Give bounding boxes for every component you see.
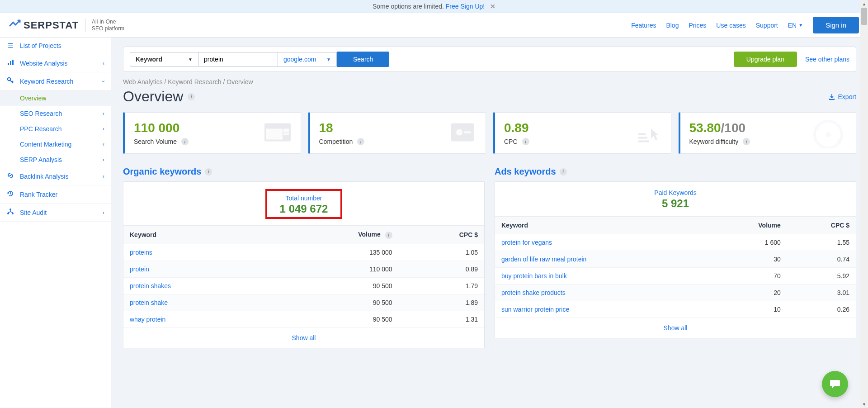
card-cpc: 0.89 CPCi (493, 112, 671, 154)
key-icon (6, 77, 14, 85)
sidebar-item-site-audit[interactable]: Site Audit ‹ (0, 204, 111, 222)
info-icon[interactable]: i (385, 232, 392, 239)
upgrade-plan-button[interactable]: Upgrade plan (734, 52, 797, 67)
logo[interactable]: SERPSTAT (9, 19, 79, 31)
scroll-thumb[interactable] (861, 8, 867, 25)
svg-rect-14 (638, 137, 647, 139)
keyword-link[interactable]: protein shake (130, 299, 168, 306)
sidebar-sub-content[interactable]: Content Marketing‹ (20, 137, 111, 152)
sidebar-sub-serp[interactable]: SERP Analysis‹ (20, 152, 111, 167)
nav-use-cases[interactable]: Use cases (716, 22, 745, 29)
table-row: protein shakes90 5001.79 (123, 277, 484, 294)
banner-text: Some options are limited. (373, 3, 444, 10)
sidebar-item-website-analysis[interactable]: Website Analysis ‹ (0, 54, 111, 72)
cell-cpc: 1.55 (787, 234, 856, 251)
keyword-link[interactable]: protein (130, 266, 149, 273)
click-icon (632, 119, 664, 147)
col-volume: Volume (710, 217, 787, 234)
see-other-plans-link[interactable]: See other plans (805, 56, 849, 63)
keyword-link[interactable]: proteins (130, 249, 152, 256)
svg-point-19 (815, 126, 819, 130)
keyword-link[interactable]: sun warrior protein price (501, 306, 569, 313)
organic-show-all-link[interactable]: Show all (292, 334, 316, 342)
language-selector[interactable]: EN ▼ (788, 22, 803, 29)
search-button[interactable]: Search (337, 52, 389, 67)
table-row: buy protein bars in bulk705.92 (495, 268, 856, 285)
chevron-left-icon: ‹ (103, 141, 104, 147)
table-row: garden of life raw meal protein300.74 (495, 251, 856, 268)
search-engine-select[interactable]: google.com▼ (278, 52, 337, 66)
cell-volume: 135 000 (271, 244, 399, 261)
svg-point-12 (456, 129, 462, 136)
banner-close-icon[interactable]: ✕ (490, 3, 495, 10)
organic-total: Total number 1 049 672 (123, 182, 484, 225)
cell-keyword: protein (123, 261, 271, 277)
card-search-volume: 110 000 Search Volumei (123, 112, 301, 154)
sidebar-sub-overview[interactable]: Overview (0, 90, 111, 106)
sidebar-item-backlink[interactable]: Backlink Analysis ‹ (0, 167, 111, 185)
keyword-link[interactable]: whay protein (130, 316, 165, 323)
nav-support[interactable]: Support (756, 22, 778, 29)
sidebar-sub-ppc[interactable]: PPC Research‹ (20, 121, 111, 137)
chevron-left-icon: ‹ (103, 110, 104, 117)
sitemap-icon (6, 208, 14, 217)
cell-cpc: 1.05 (399, 244, 484, 261)
chevron-down-icon: › (100, 81, 107, 82)
sidebar-sub-seo[interactable]: SEO Research‹ (20, 106, 111, 121)
svg-rect-15 (638, 133, 646, 135)
svg-point-4 (9, 209, 11, 210)
table-row: proteins135 0001.05 (123, 244, 484, 261)
svg-rect-8 (266, 129, 283, 140)
logo-tagline: All-in-OneSEO platform (85, 19, 124, 32)
svg-point-5 (7, 213, 9, 214)
logo-icon (9, 19, 21, 31)
chevron-down-icon: ▼ (188, 57, 193, 62)
sidebar-item-projects[interactable]: ☰List of Projects (0, 38, 111, 54)
cell-cpc: 0.89 (399, 261, 484, 277)
cell-volume: 70 (710, 268, 787, 285)
svg-rect-1 (10, 61, 11, 65)
info-icon[interactable]: i (181, 138, 189, 145)
export-button[interactable]: Export (828, 93, 856, 100)
cell-volume: 90 500 (271, 294, 399, 311)
banner-signup-link[interactable]: Free Sign Up! (446, 3, 485, 10)
chat-widget-button[interactable] (822, 371, 848, 397)
svg-rect-2 (12, 60, 14, 65)
nav-blog[interactable]: Blog (666, 22, 679, 29)
info-icon[interactable]: i (357, 138, 364, 145)
cell-keyword: sun warrior protein price (495, 301, 710, 318)
ads-total: Paid Keywords 5 921 (495, 182, 856, 216)
nav-features[interactable]: Features (631, 22, 656, 29)
keyword-link[interactable]: protein shake products (501, 289, 566, 296)
cell-volume: 20 (710, 285, 787, 301)
scroll-up-arrow[interactable]: ▲ (860, 0, 868, 8)
search-bar: Keyword▼ google.com▼ Search Upgrade plan… (123, 47, 856, 72)
table-row: protein110 0000.89 (123, 261, 484, 277)
cell-volume: 30 (710, 251, 787, 268)
sidebar-item-rank-tracker[interactable]: Rank Tracker (0, 185, 111, 204)
keyword-link[interactable]: buy protein bars in bulk (501, 272, 567, 280)
ads-show-all-link[interactable]: Show all (664, 324, 688, 332)
nav-prices[interactable]: Prices (689, 22, 706, 29)
sidebar: ☰List of Projects Website Analysis ‹ Key… (0, 38, 111, 408)
svg-rect-16 (638, 141, 649, 142)
info-icon[interactable]: i (743, 138, 750, 145)
keyword-link[interactable]: protein for vegans (501, 239, 552, 246)
search-type-select[interactable]: Keyword▼ (130, 52, 198, 66)
organic-keywords-title: Organic keywordsi (123, 166, 485, 177)
cell-cpc: 5.92 (787, 268, 856, 285)
table-row: sun warrior protein price100.26 (495, 301, 856, 318)
keyword-link[interactable]: protein shakes (130, 282, 171, 289)
info-icon[interactable]: i (522, 138, 529, 145)
link-icon (6, 172, 14, 180)
sidebar-item-keyword-research[interactable]: Keyword Research › (0, 72, 111, 90)
info-icon[interactable]: i (188, 93, 195, 100)
info-icon[interactable]: i (560, 168, 567, 176)
cell-keyword: buy protein bars in bulk (495, 268, 710, 285)
cell-keyword: protein shake (123, 294, 271, 311)
info-icon[interactable]: i (205, 168, 212, 176)
search-input[interactable] (198, 52, 278, 66)
cell-keyword: proteins (123, 244, 271, 261)
keyword-link[interactable]: garden of life raw meal protein (501, 256, 586, 263)
signin-button[interactable]: Sign in (813, 17, 859, 33)
